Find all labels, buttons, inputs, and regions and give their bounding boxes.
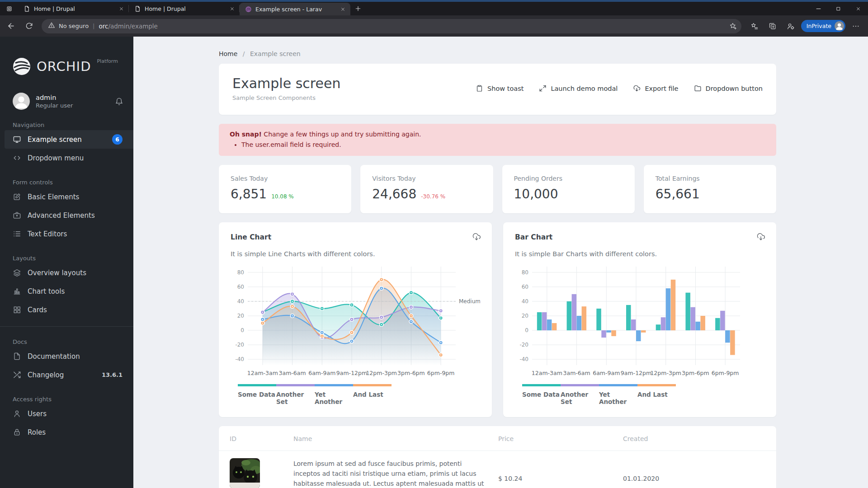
legend-label: Yet Another (315, 391, 353, 405)
svg-text:20: 20 (522, 313, 528, 319)
sidebar-item-label: Basic Elements (28, 193, 79, 201)
launch-demo-modal-button[interactable]: Launch demo modal (539, 84, 618, 92)
sidebar-item-label: Overview layouts (28, 269, 86, 277)
sidebar-item-label: Documentation (28, 352, 80, 361)
cloud-download-icon[interactable] (472, 232, 481, 243)
svg-text:80: 80 (522, 269, 528, 276)
sidebar-item-label: Dropdown menu (28, 154, 84, 162)
list-icon (13, 230, 21, 238)
legend-label: Some Data (522, 391, 561, 405)
expand-icon (539, 84, 547, 92)
lock-icon (13, 428, 21, 436)
breadcrumb-current: Example screen (250, 50, 301, 57)
collections-icon[interactable] (765, 19, 780, 34)
sidebar-item-roles[interactable]: Roles (0, 423, 133, 441)
line-chart-card: Line Chart It is simple Line Charts with… (219, 222, 492, 417)
show-toast-button[interactable]: Show toast (476, 84, 524, 92)
sidebar-section-label: Docs (0, 338, 133, 345)
security-label: No seguro (59, 23, 89, 29)
svg-text:40: 40 (237, 298, 244, 305)
sidebar-item-changelog[interactable]: Changelog 13.6.1 (0, 366, 133, 384)
close-tab-icon[interactable] (340, 6, 346, 12)
sidebar-item-dropdown-menu[interactable]: Dropdown menu (0, 149, 133, 167)
browser-menu-icon[interactable] (848, 19, 863, 34)
breadcrumb-home[interactable]: Home (219, 50, 237, 57)
back-button[interactable] (3, 18, 19, 34)
code-icon (13, 154, 21, 162)
sidebar-item-chart-tools[interactable]: Chart tools (0, 282, 133, 300)
close-window-button[interactable] (848, 2, 868, 15)
svg-text:20: 20 (237, 313, 244, 319)
briefcase-icon (13, 211, 21, 220)
chart-description: It is simple Bar Charts with different c… (515, 250, 764, 258)
sidebar-divider (0, 326, 133, 327)
inprivate-badge[interactable]: InPrivate (801, 20, 845, 32)
svg-text:60: 60 (237, 284, 244, 290)
page-header: Example screen Sample Screen Components … (219, 64, 776, 115)
sidebar-item-overview-layouts[interactable]: Overview layouts (0, 263, 133, 282)
warning-icon (48, 22, 55, 30)
sidebar-item-example-screen[interactable]: Example screen 6 (5, 130, 133, 149)
svg-text:6am-9am: 6am-9am (593, 370, 620, 376)
export-file-button[interactable]: Export file (633, 84, 678, 92)
metric-value: 24,668 (372, 187, 416, 202)
chart-plot: -40-2002040608012am-3am3am-6am6am-9am9am… (515, 261, 764, 383)
legend-label: Yet Another (599, 391, 637, 405)
orchid-logo-icon (13, 57, 31, 75)
svg-text:Medium: Medium (459, 298, 480, 305)
column-header-name[interactable]: Name (293, 435, 498, 442)
add-favorite-icon[interactable] (729, 22, 737, 30)
metric-pending-orders: Pending Orders 10,000 (502, 165, 635, 213)
svg-text:3pm-6pm: 3pm-6pm (682, 370, 709, 376)
column-header-created[interactable]: Created (623, 435, 776, 442)
sidebar-item-text-editors[interactable]: Text Editors (0, 225, 133, 243)
sidebar-item-label: Text Editors (28, 230, 67, 238)
close-tab-icon[interactable] (118, 6, 124, 12)
sidebar-item-advanced-elements[interactable]: Advanced Elements (0, 206, 133, 225)
cloud-download-icon[interactable] (756, 232, 765, 243)
new-tab-button[interactable] (350, 2, 366, 15)
svg-text:3pm-6pm: 3pm-6pm (397, 370, 425, 376)
minimize-button[interactable] (808, 2, 828, 15)
close-tab-icon[interactable] (229, 6, 235, 12)
url-field[interactable]: No seguro | orc/admin/example (42, 19, 741, 33)
svg-text:0: 0 (241, 327, 244, 333)
maximize-button[interactable] (828, 2, 848, 15)
chart-legend-labels: Some DataAnother SetYet AnotherAnd Last (238, 391, 480, 405)
svg-text:-20: -20 (519, 342, 528, 348)
legend-swatch (522, 384, 561, 386)
legend-label: Another Set (561, 391, 599, 405)
column-header-id[interactable]: ID (230, 435, 293, 442)
sidebar-section-label: Layouts (0, 255, 133, 262)
monitor-icon (13, 135, 21, 144)
metric-sales-today: Sales Today 6,851 10.08 % (219, 165, 351, 213)
legend-label: And Last (353, 391, 392, 405)
clipboard-icon (476, 84, 483, 92)
svg-text:12am-3am: 12am-3am (247, 370, 278, 376)
page-icon (24, 5, 30, 12)
legend-swatch (315, 384, 353, 386)
sidebar-item-users[interactable]: Users (0, 404, 133, 423)
bell-icon[interactable] (115, 97, 123, 106)
metric-value: 6,851 (231, 187, 267, 202)
browser-tab[interactable]: Example screen - Larav (240, 3, 350, 15)
browser-tab[interactable]: Home | Drupal (129, 2, 240, 15)
sidebar-item-basic-elements[interactable]: Basic Elements (0, 188, 133, 206)
reload-button[interactable] (21, 18, 37, 34)
column-header-price[interactable]: Price (498, 435, 623, 442)
user-profile[interactable]: admin Regular user (0, 93, 133, 110)
tab-title: Home | Drupal (34, 5, 115, 12)
browser-essentials-icon[interactable] (783, 19, 798, 34)
sidebar-item-documentation[interactable]: Documentation (0, 347, 133, 366)
user-name: admin (36, 94, 73, 101)
brand[interactable]: ORCHID Platform (0, 53, 133, 75)
dropdown-button-button[interactable]: Dropdown button (694, 84, 763, 92)
sidebar-item-cards[interactable]: Cards (0, 300, 133, 319)
browser-tab[interactable]: Home | Drupal (18, 2, 129, 15)
breadcrumb: Home / Example screen (219, 50, 776, 57)
favorites-icon[interactable] (747, 19, 762, 34)
url-path: /admin/example (108, 23, 158, 30)
table-row[interactable]: # 100 Lorem ipsum at sed ad fusce faucib… (219, 450, 776, 488)
tab-actions-icon[interactable] (0, 2, 18, 15)
tab-title: Example screen - Larav (255, 6, 336, 13)
